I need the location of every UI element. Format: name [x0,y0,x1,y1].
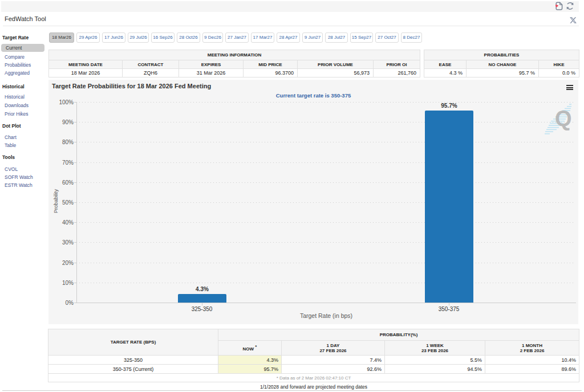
svg-text:Q: Q [555,107,572,130]
